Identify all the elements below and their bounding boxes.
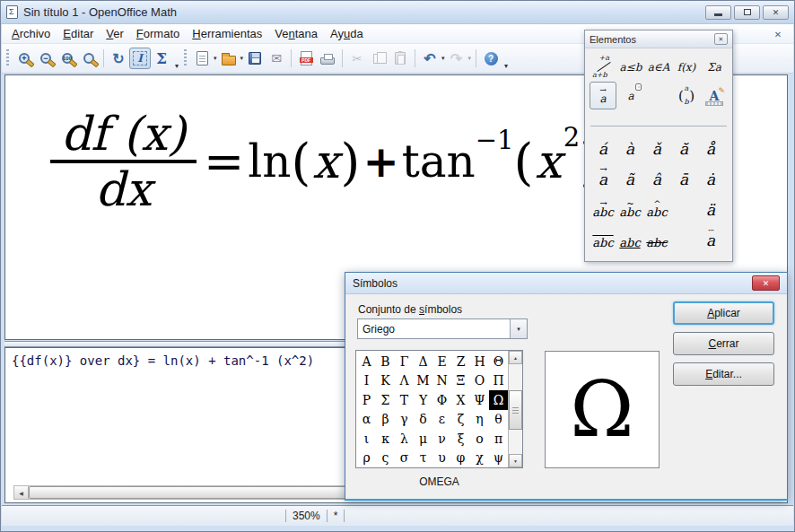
symbol-cell[interactable]: Α xyxy=(357,352,376,371)
category-set-operations[interactable]: a∈A xyxy=(645,53,672,81)
symbol-cell[interactable]: Ν xyxy=(432,371,451,391)
category-brackets[interactable]: ab xyxy=(673,82,700,109)
help-button[interactable]: ? xyxy=(480,48,502,69)
attribute-button[interactable]: ···a xyxy=(706,228,715,253)
redo-button[interactable]: ↷ xyxy=(446,48,467,69)
document-close-icon[interactable]: ✕ xyxy=(772,28,784,40)
attribute-button[interactable]: →a xyxy=(598,167,607,192)
zoom-out-button[interactable]: − xyxy=(35,48,57,69)
menu-item[interactable]: Ver xyxy=(100,24,130,43)
symbol-cell[interactable]: φ xyxy=(451,449,470,468)
edit-button[interactable]: Editar... xyxy=(673,362,774,386)
category-formats[interactable]: A xyxy=(701,82,728,109)
attribute-button[interactable]: →abc xyxy=(592,201,613,222)
undo-button[interactable]: ↶ xyxy=(419,48,441,69)
email-button[interactable]: ✉ xyxy=(266,48,287,69)
symbol-cell[interactable]: Ζ xyxy=(451,352,470,371)
attribute-button[interactable]: ȧ xyxy=(706,172,715,192)
symbol-cell[interactable]: Ο xyxy=(470,371,489,391)
menu-item[interactable]: Ventana xyxy=(268,24,324,43)
symbol-cell[interactable]: Φ xyxy=(432,390,451,410)
symbol-cell[interactable]: Τ xyxy=(395,390,414,410)
toolbar-grip[interactable] xyxy=(6,49,9,67)
attribute-button[interactable]: abc xyxy=(592,237,613,253)
elements-panel-titlebar[interactable]: Elementos ✕ xyxy=(585,31,732,48)
attribute-button[interactable]: ǎ xyxy=(652,142,661,161)
toolbar-overflow-button[interactable]: ▾ xyxy=(504,62,508,73)
zoom-level[interactable]: 350% xyxy=(286,510,327,522)
attribute-button[interactable]: abc xyxy=(619,237,640,253)
elements-panel-close-button[interactable]: ✕ xyxy=(714,33,728,45)
zoom-in-button[interactable]: + xyxy=(13,48,35,69)
redo-dropdown[interactable]: ▾ xyxy=(468,55,472,62)
category-functions[interactable]: f(x) xyxy=(673,53,700,81)
symbol-cell[interactable]: Β xyxy=(376,352,395,371)
symbol-cell[interactable]: ο xyxy=(470,429,489,449)
attribute-button[interactable]: å xyxy=(706,142,715,161)
symbol-cell[interactable]: Κ xyxy=(376,371,395,391)
apply-button[interactable]: Aplicar xyxy=(673,301,774,325)
scrollbar-thumb[interactable] xyxy=(509,390,522,430)
attribute-button[interactable]: à xyxy=(625,142,634,161)
new-document-dropdown[interactable]: ▾ xyxy=(214,55,217,62)
open-dropdown[interactable]: ▾ xyxy=(240,55,244,62)
restore-button[interactable] xyxy=(734,5,760,20)
symbol-cell[interactable]: γ xyxy=(395,410,414,430)
symbol-cell[interactable]: τ xyxy=(414,449,432,468)
open-button[interactable] xyxy=(218,48,240,69)
app-icon[interactable] xyxy=(6,5,18,19)
scroll-up-icon[interactable]: ▲ xyxy=(509,351,522,364)
zoom-100-button[interactable]: 100 xyxy=(57,48,78,69)
title-bar[interactable]: Sin título 1 - OpenOffice Math ✕ xyxy=(1,1,794,24)
symbol-cell[interactable]: Ψ xyxy=(470,390,489,410)
symbol-cell[interactable]: Ρ xyxy=(357,390,376,410)
attribute-button[interactable]: ä xyxy=(706,203,715,222)
update-button[interactable]: ↻ xyxy=(108,48,129,69)
symbol-cell[interactable]: Γ xyxy=(395,352,414,371)
symbol-grid-scrollbar[interactable]: ▲ ▼ xyxy=(508,351,522,467)
symbol-cell[interactable]: ν xyxy=(432,429,451,449)
symbol-cell[interactable]: δ xyxy=(414,410,432,430)
symbol-cell[interactable]: Θ xyxy=(489,352,508,371)
scroll-left-icon[interactable]: ◀ xyxy=(14,486,29,499)
symbol-cell[interactable]: θ xyxy=(489,410,508,430)
attribute-button[interactable]: ã xyxy=(625,172,634,192)
menu-item[interactable]: Archivo xyxy=(5,24,57,43)
category-relations[interactable]: a≤b xyxy=(617,53,644,81)
attribute-button[interactable]: ~abc xyxy=(619,201,640,222)
symbol-cell[interactable]: ι xyxy=(357,429,376,449)
menu-item[interactable]: Herramientas xyxy=(186,24,268,43)
menu-item[interactable]: Editar xyxy=(57,24,100,43)
combobox-dropdown-icon[interactable]: ▾ xyxy=(510,319,527,338)
symbol-cell[interactable]: χ xyxy=(470,449,489,468)
elements-toggle-button[interactable]: Σ xyxy=(151,48,172,69)
symbol-cell[interactable]: π xyxy=(489,429,508,449)
paste-button[interactable] xyxy=(389,48,411,69)
symbol-cell[interactable]: Ω xyxy=(489,390,508,410)
symbol-cell[interactable]: ς xyxy=(376,449,395,468)
symbol-cell[interactable]: Μ xyxy=(414,371,432,391)
symbol-cell[interactable]: Χ xyxy=(451,390,470,410)
symbol-cell[interactable]: Η xyxy=(470,352,489,371)
attribute-button[interactable]: ^abc xyxy=(646,201,667,222)
category-operators[interactable]: Σa xyxy=(701,53,728,81)
copy-button[interactable] xyxy=(368,48,389,69)
minimize-button[interactable] xyxy=(705,5,731,20)
symbol-cell[interactable]: ζ xyxy=(451,410,470,430)
close-button[interactable]: ✕ xyxy=(763,5,789,20)
symbol-cell[interactable]: Σ xyxy=(376,390,395,410)
new-document-button[interactable] xyxy=(191,48,213,69)
symbol-cell[interactable]: Ε xyxy=(432,352,451,371)
menu-item[interactable]: Formato xyxy=(130,24,186,43)
toolbar-grip[interactable] xyxy=(184,49,187,67)
symbol-cell[interactable]: υ xyxy=(432,449,451,468)
print-button[interactable] xyxy=(317,48,338,69)
menu-item[interactable]: Ayuda xyxy=(324,24,370,43)
symbol-cell[interactable]: κ xyxy=(376,429,395,449)
symbol-cell[interactable]: ψ xyxy=(489,449,508,468)
category-attributes[interactable]: →a xyxy=(590,82,616,109)
attribute-button[interactable]: ā xyxy=(679,172,688,192)
save-button[interactable] xyxy=(244,48,266,69)
symbol-cell[interactable]: Π xyxy=(489,371,508,391)
category-unary-binary-operators[interactable]: +aa+b xyxy=(590,53,613,81)
